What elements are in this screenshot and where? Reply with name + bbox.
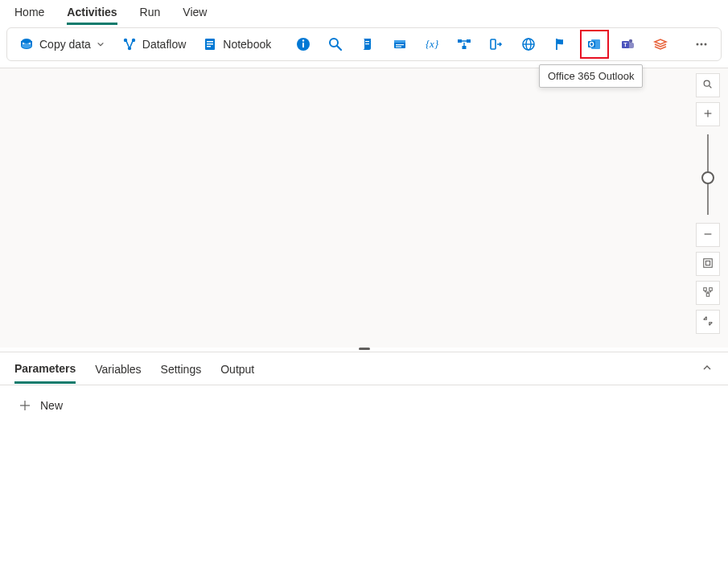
new-parameter-label: New — [40, 399, 63, 412]
notebook-button[interactable]: Notebook — [197, 31, 276, 57]
info-button[interactable] — [290, 31, 316, 57]
svg-rect-7 — [207, 43, 213, 45]
svg-rect-17 — [394, 40, 405, 43]
tab-run[interactable]: Run — [140, 5, 161, 23]
canvas-search-button[interactable] — [696, 73, 720, 97]
zoom-in-button[interactable] — [696, 102, 720, 126]
lookup-button[interactable] — [323, 31, 348, 57]
svg-rect-22 — [467, 39, 471, 43]
svg-point-31 — [629, 39, 632, 43]
notebook-icon — [202, 36, 218, 52]
tab-variables[interactable]: Variables — [95, 363, 141, 382]
bottom-panel: Parameters Variables Settings Output — [0, 352, 728, 385]
svg-point-0 — [22, 39, 31, 43]
layout-button[interactable] — [696, 281, 720, 305]
layout-icon — [702, 286, 714, 300]
svg-rect-43 — [704, 258, 713, 267]
zoom-slider[interactable] — [707, 134, 709, 215]
svg-rect-18 — [396, 44, 404, 45]
svg-text:T: T — [624, 42, 628, 47]
zoom-out-button[interactable] — [696, 223, 720, 247]
zoom-slider-handle[interactable] — [701, 171, 714, 184]
pipeline-button[interactable] — [451, 31, 477, 57]
activities-toolbar: Copy data Dataflow Notebook — [6, 27, 722, 61]
toolbar-icon-row: {x} — [290, 30, 673, 59]
outlook-button[interactable] — [580, 30, 609, 59]
stack-button[interactable] — [648, 31, 673, 57]
plus-icon — [18, 398, 32, 413]
web-button[interactable] — [516, 31, 541, 57]
info-icon — [295, 36, 311, 52]
svg-rect-8 — [207, 46, 211, 47]
chevron-down-icon — [96, 39, 105, 49]
tab-parameters[interactable]: Parameters — [14, 362, 76, 384]
tab-settings[interactable]: Settings — [161, 363, 202, 382]
svg-line-13 — [337, 46, 341, 50]
stack-icon — [652, 36, 668, 52]
ellipsis-icon — [693, 36, 709, 52]
invoke-icon — [488, 36, 504, 52]
dataflow-label: Dataflow — [142, 38, 186, 51]
svg-point-4 — [128, 47, 131, 50]
bottom-tab-bar: Parameters Variables Settings Output — [0, 352, 728, 385]
svg-point-36 — [701, 43, 703, 46]
script-button[interactable] — [355, 31, 380, 57]
teams-button[interactable]: T — [615, 31, 641, 57]
variable-button[interactable]: {x} — [419, 31, 445, 57]
copy-data-icon — [19, 36, 35, 52]
svg-rect-23 — [463, 46, 467, 49]
svg-rect-24 — [491, 39, 496, 49]
chevron-up-icon — [701, 362, 713, 376]
tab-home[interactable]: Home — [14, 5, 44, 23]
svg-rect-21 — [458, 39, 462, 43]
outlook-tooltip: Office 365 Outlook — [539, 64, 643, 88]
svg-point-35 — [697, 43, 699, 46]
svg-rect-14 — [365, 41, 369, 42]
minus-icon — [702, 228, 714, 242]
svg-rect-46 — [709, 287, 713, 290]
svg-line-39 — [709, 85, 712, 88]
pipeline-canvas[interactable] — [0, 68, 728, 348]
flag-button[interactable] — [548, 31, 574, 57]
notebook-label: Notebook — [223, 38, 271, 51]
variable-icon: {x} — [424, 36, 440, 52]
web-icon — [520, 36, 537, 52]
invoke-button[interactable] — [483, 31, 509, 57]
pipeline-icon — [456, 36, 472, 52]
flag-icon — [553, 36, 569, 52]
fit-icon — [702, 257, 714, 271]
plus-icon — [702, 108, 714, 121]
teams-icon: T — [620, 36, 636, 52]
new-parameter-button[interactable]: New — [18, 398, 63, 413]
svg-rect-19 — [396, 47, 401, 47]
script-icon — [360, 36, 376, 52]
svg-point-1 — [22, 43, 31, 48]
svg-point-37 — [705, 43, 707, 46]
sql-icon — [392, 36, 408, 52]
svg-point-38 — [704, 80, 709, 86]
svg-rect-10 — [302, 43, 304, 47]
parameters-content: New — [0, 385, 728, 427]
collapse-panel-button[interactable] — [699, 360, 715, 377]
collapse-icon — [702, 315, 714, 329]
fit-button[interactable] — [696, 252, 720, 276]
svg-rect-44 — [705, 261, 709, 265]
search-icon — [327, 36, 343, 52]
tab-view[interactable]: View — [183, 5, 207, 23]
dataflow-icon — [121, 36, 138, 52]
copy-data-button[interactable]: Copy data — [14, 31, 110, 57]
tab-activities[interactable]: Activities — [67, 5, 117, 25]
dataflow-button[interactable]: Dataflow — [117, 31, 191, 57]
canvas-controls — [696, 73, 720, 334]
svg-rect-45 — [704, 287, 707, 290]
svg-rect-6 — [207, 41, 213, 43]
tab-output[interactable]: Output — [220, 363, 254, 382]
copy-data-label: Copy data — [39, 38, 91, 51]
sql-button[interactable] — [387, 31, 413, 57]
search-icon — [702, 79, 714, 93]
svg-point-11 — [302, 39, 304, 41]
outlook-icon — [586, 36, 603, 52]
split-handle[interactable] — [0, 348, 728, 352]
more-button[interactable] — [689, 31, 714, 57]
fullscreen-button[interactable] — [696, 310, 720, 334]
